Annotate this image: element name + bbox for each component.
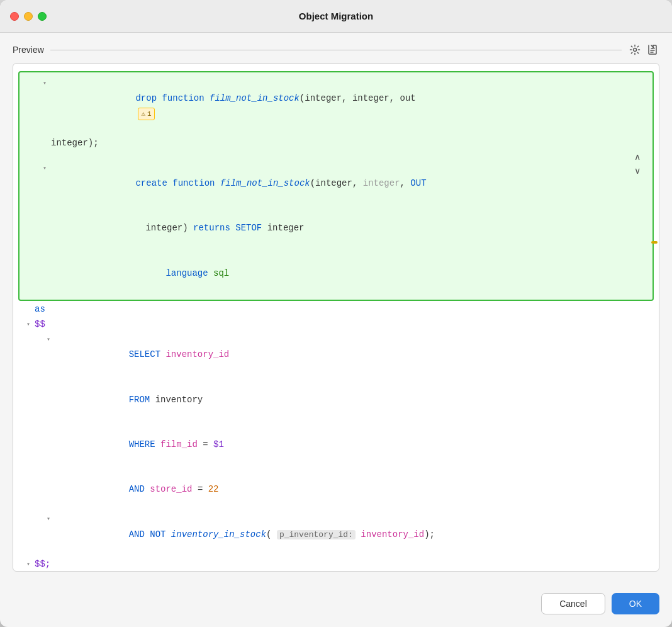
- code-highlighted-area: ▾ drop function film_not_in_stock(intege…: [25, 76, 647, 296]
- nav-arrows: ∧ ∨: [629, 145, 646, 182]
- preview-divider: [50, 50, 622, 50]
- code-line-and2: ▾ AND NOT inventory_in_stock( p_inventor…: [18, 512, 654, 557]
- code-non-highlighted: as ▾ $$ ▾ SELECT inventory_id: [13, 302, 659, 571]
- code-line-5: integer) returns SETOF integer: [35, 206, 637, 251]
- warning-badge: ⚠ 1: [138, 108, 154, 121]
- titlebar: Object Migration: [0, 0, 672, 33]
- content-area: Preview: [0, 33, 672, 584]
- fold-icon-1[interactable]: ▾: [40, 78, 50, 88]
- fold-icon-dollar2[interactable]: ▾: [23, 559, 33, 569]
- code-line-6: language sql: [35, 251, 637, 296]
- gear-icon[interactable]: [628, 43, 642, 57]
- window: Object Migration Preview: [0, 0, 672, 627]
- highlighted-code-block: ▾ drop function film_not_in_stock(intege…: [18, 71, 654, 301]
- code-line-and1: AND store_id = 22: [18, 468, 654, 512]
- code-line-3: [35, 151, 637, 161]
- code-line-select: ▾ SELECT inventory_id: [18, 332, 654, 377]
- cancel-button[interactable]: Cancel: [541, 593, 605, 614]
- preview-label: Preview: [13, 45, 44, 55]
- maximize-button[interactable]: [38, 12, 47, 21]
- svg-point-0: [634, 48, 637, 52]
- code-line-1: ▾ drop function film_not_in_stock(intege…: [35, 76, 637, 136]
- nav-down-arrow[interactable]: ∨: [631, 164, 644, 177]
- traffic-lights: [10, 12, 47, 21]
- code-line-2: integer);: [35, 136, 637, 151]
- code-scroll-area[interactable]: ▾ drop function film_not_in_stock(intege…: [13, 64, 659, 571]
- warning-count: 1: [147, 108, 152, 120]
- fold-icon-select[interactable]: ▾: [43, 334, 53, 344]
- code-line-dollar1: ▾ $$: [18, 317, 654, 332]
- code-line-from: FROM inventory: [18, 378, 654, 422]
- code-line-where: WHERE film_id = $1: [18, 422, 654, 467]
- window-title: Object Migration: [299, 11, 373, 21]
- close-button[interactable]: [10, 12, 19, 21]
- preview-header: Preview: [13, 43, 659, 57]
- preview-icons: [628, 43, 659, 57]
- code-line-as: as: [18, 302, 654, 317]
- scroll-position-marker: [651, 241, 658, 244]
- minimize-button[interactable]: [24, 12, 33, 21]
- fold-icon-dollar[interactable]: ▾: [23, 319, 33, 329]
- warning-icon: ⚠: [141, 108, 145, 120]
- code-line-4: ▾ create function film_not_in_stock(inte…: [35, 161, 637, 206]
- fold-icon-and2[interactable]: ▾: [43, 514, 53, 524]
- code-container: ▾ drop function film_not_in_stock(intege…: [13, 63, 659, 572]
- export-icon[interactable]: [646, 43, 659, 57]
- bottom-bar: Cancel OK: [0, 584, 672, 627]
- ok-button[interactable]: OK: [612, 593, 659, 614]
- code-line-dollar2: ▾ $$;: [18, 557, 654, 571]
- nav-up-arrow[interactable]: ∧: [631, 150, 644, 163]
- fold-icon-4[interactable]: ▾: [40, 163, 50, 173]
